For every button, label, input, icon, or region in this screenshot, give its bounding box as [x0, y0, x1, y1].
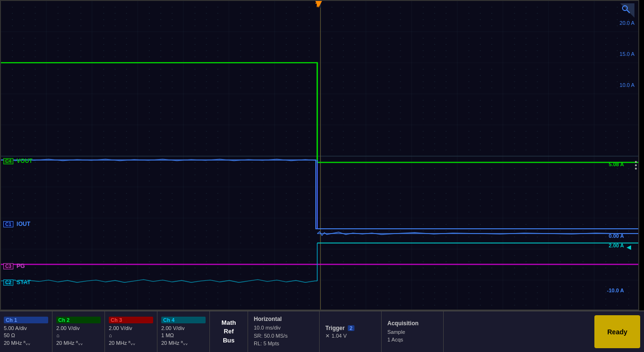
math-ref-bus-button[interactable]: Math Ref Bus: [210, 311, 248, 352]
horizontal-info[interactable]: Horizontal 10.0 ms/div SR: 50.0 MS/s RL:…: [248, 311, 320, 352]
ref-arrow: ◄: [625, 243, 633, 252]
ch4-header: Ch 4: [161, 317, 206, 323]
neg10-label: -10.0 A: [607, 288, 624, 293]
ch1-label: C1 IOUT: [3, 221, 30, 227]
zoom-icon[interactable]: [620, 3, 634, 18]
waveforms: [1, 1, 638, 309]
y-label-10: 10.0 A: [620, 82, 634, 88]
acquisition-label: Acquisition: [387, 320, 437, 327]
trigger-header: Trigger 2: [325, 325, 375, 331]
trigger-ch-badge: 2: [348, 325, 354, 331]
iout-right-label: 0.00 A: [609, 233, 624, 239]
ch3-label: C3 PG: [3, 263, 25, 269]
ch1-header: Ch 1: [4, 317, 48, 323]
acquisition-detail: Sample 1 Acqs: [387, 328, 437, 344]
ch2-header: Ch 2: [56, 317, 101, 323]
oscilloscope-screen: T C4 VOUT C1 IOUT C3: [0, 0, 639, 310]
trigger-info[interactable]: Trigger 2 ✕ 1.04 V: [320, 311, 382, 352]
ch3-info[interactable]: Ch 3 2.00 V/div ⌂ 20 MHz ᴿᵥᵥ: [105, 311, 157, 352]
acquisition-info[interactable]: Acquisition Sample 1 Acqs: [382, 311, 444, 352]
y-label-15: 15.0 A: [620, 51, 634, 57]
ch4-label: C4 VOUT: [3, 158, 32, 164]
trigger-detail: ✕ 1.04 V: [325, 333, 375, 339]
ch3-header: Ch 3: [109, 317, 153, 323]
vout-right-label: 5.08 A: [609, 161, 624, 167]
horizontal-label: Horizontal: [254, 316, 313, 322]
bottom-panel: Ch 1 5.00 A/div 50 Ω 20 MHz ᴿᵥᵥ Ch 2 2.0…: [0, 310, 644, 352]
ch1-detail: 5.00 A/div 50 Ω 20 MHz ᴿᵥᵥ: [4, 325, 48, 347]
ch4-info[interactable]: Ch 4 2.00 V/div 1 MΩ 20 MHz ᴿᵥᵥ: [157, 311, 210, 352]
ch2-info[interactable]: Ch 2 2.00 V/div ⌂ 20 MHz ᴿᵥᵥ: [52, 311, 105, 352]
ch3-detail: 2.00 V/div ⌂ 20 MHz ᴿᵥᵥ: [109, 325, 153, 347]
ch4-detail: 2.00 V/div 1 MΩ 20 MHz ᴿᵥᵥ: [161, 325, 206, 347]
ch2-label: C2 STAT: [3, 279, 31, 286]
ch2-detail: 2.00 V/div ⌂ 20 MHz ᴿᵥᵥ: [56, 325, 101, 347]
y-label-20: 20.0 A: [620, 20, 634, 26]
ch1-info[interactable]: Ch 1 5.00 A/div 50 Ω 20 MHz ᴿᵥᵥ: [0, 311, 52, 352]
ready-button[interactable]: Ready: [594, 315, 640, 348]
ref-right-label: 2.00 A: [609, 243, 624, 248]
three-dots-menu[interactable]: [635, 161, 637, 170]
horizontal-detail: 10.0 ms/div SR: 50.0 MS/s RL: 5 Mpts: [254, 324, 313, 348]
